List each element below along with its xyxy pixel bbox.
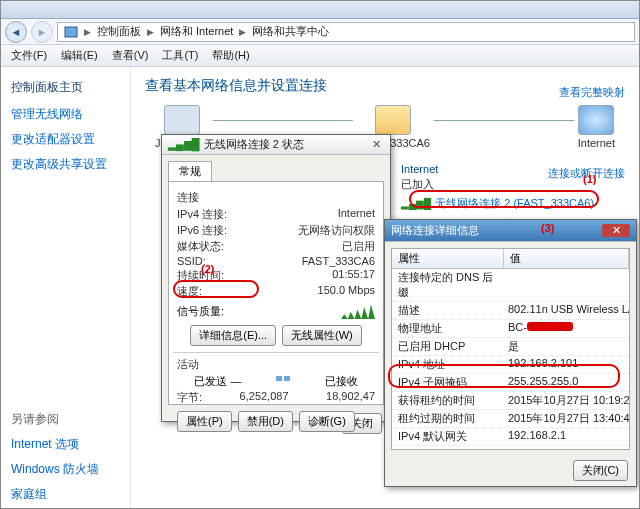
svg-rect-1: [276, 376, 282, 381]
details-row: 连接特定的 DNS 后缀: [392, 269, 629, 302]
details-row: 获得租约的时间2015年10月27日 10:19:28: [392, 392, 629, 410]
menu-bar: 文件(F) 编辑(E) 查看(V) 工具(T) 帮助(H): [1, 45, 639, 67]
sidebar: 控制面板主页 管理无线网络 更改适配器设置 更改高级共享设置 另请参阅 Inte…: [1, 67, 131, 508]
sidebar-also-inetopt[interactable]: Internet 选项: [11, 436, 120, 453]
svg-rect-0: [65, 27, 77, 37]
bytes-sent: 6,252,087: [240, 390, 289, 405]
menu-help[interactable]: 帮助(H): [212, 48, 249, 63]
connection-details-dialog: 网络连接详细信息 ✕ 属性值 连接特定的 DNS 后缀描述802.11n USB…: [384, 219, 637, 487]
details-row: IPv4 地址192.168.2.101: [392, 356, 629, 374]
diagnose-button[interactable]: 诊断(G): [299, 411, 355, 432]
joined-label: 已加入: [401, 177, 434, 192]
section-activity: 活动: [177, 357, 375, 372]
sidebar-item-wireless[interactable]: 管理无线网络: [11, 106, 120, 123]
link-full-map[interactable]: 查看完整映射: [548, 85, 625, 100]
prop-key: IPv4 连接:: [177, 207, 227, 222]
dialog2-titlebar[interactable]: 网络连接详细信息 ✕: [385, 220, 636, 242]
details-row: 已启用 DHCP是: [392, 338, 629, 356]
prop-val: 已启用: [342, 239, 375, 254]
svg-rect-2: [284, 376, 290, 381]
sidebar-also-label: 另请参阅: [11, 411, 120, 428]
signal-icon: ▂▄▆█: [401, 198, 431, 209]
sidebar-item-adapter[interactable]: 更改适配器设置: [11, 131, 120, 148]
prop-key: 速度:: [177, 284, 202, 299]
router-icon: [375, 105, 411, 135]
sidebar-also-firewall[interactable]: Windows 防火墙: [11, 461, 120, 478]
prop-val: 无网络访问权限: [298, 223, 375, 238]
details-row: IPv4 默认网关192.168.2.1: [392, 428, 629, 446]
signal-quality-label: 信号质量:: [177, 304, 224, 319]
crumb-root[interactable]: 控制面板: [97, 24, 141, 39]
monitors-icon: [276, 374, 290, 388]
breadcrumb[interactable]: ▶ 控制面板 ▶ 网络和 Internet ▶ 网络和共享中心: [57, 22, 635, 42]
prop-key: IPv6 连接:: [177, 223, 227, 238]
menu-file[interactable]: 文件(F): [11, 48, 47, 63]
crumb-mid[interactable]: 网络和 Internet: [160, 24, 233, 39]
annotation-2: (2): [201, 263, 214, 275]
connection-status-dialog: ▂▄▆█ 无线网络连接 2 状态 ✕ 常规 连接 IPv4 连接:Interne…: [161, 134, 391, 422]
section-connection: 连接: [177, 190, 375, 205]
signal-icon: ▂▄▆█: [168, 138, 200, 151]
details-row: 描述802.11n USB Wireless LAN Card: [392, 302, 629, 320]
active-connection-link[interactable]: 无线网络连接 2 (FAST_333CA6): [435, 196, 594, 211]
menu-edit[interactable]: 编辑(E): [61, 48, 98, 63]
dialog1-titlebar[interactable]: ▂▄▆█ 无线网络连接 2 状态 ✕: [162, 135, 390, 155]
crumb-leaf[interactable]: 网络和共享中心: [252, 24, 329, 39]
sidebar-also-homegroup[interactable]: 家庭组: [11, 486, 120, 503]
close-icon[interactable]: ✕: [602, 224, 630, 237]
prop-val: FAST_333CA6: [302, 255, 375, 267]
details-row: 租约过期的时间2015年10月27日 13:40:41: [392, 410, 629, 428]
prop-val: Internet: [338, 207, 375, 222]
control-panel-icon: [64, 25, 78, 39]
tab-general[interactable]: 常规: [168, 161, 212, 181]
menu-view[interactable]: 查看(V): [112, 48, 149, 63]
details-close-button[interactable]: 关闭(C): [573, 460, 628, 481]
forward-button[interactable]: ►: [31, 21, 53, 43]
signal-bars-icon: [341, 303, 375, 319]
pc-icon: [164, 105, 200, 135]
details-header: 属性值: [392, 249, 629, 269]
sidebar-item-sharing[interactable]: 更改高级共享设置: [11, 156, 120, 173]
back-button[interactable]: ◄: [5, 21, 27, 43]
wireless-props-button[interactable]: 无线属性(W): [282, 325, 362, 346]
sidebar-home[interactable]: 控制面板主页: [11, 79, 120, 96]
prop-val: 150.0 Mbps: [318, 284, 375, 299]
details-row: IPv4 DHCP 服务器192.168.2.1: [392, 446, 629, 450]
nav-bar: ◄ ► ▶ 控制面板 ▶ 网络和 Internet ▶ 网络和共享中心: [1, 19, 639, 45]
properties-button[interactable]: 属性(P): [177, 411, 232, 432]
disable-button[interactable]: 禁用(D): [238, 411, 293, 432]
bytes-recv: 18,902,47: [326, 390, 375, 405]
details-row: IPv4 子网掩码255.255.255.0: [392, 374, 629, 392]
annotation-1: (1): [583, 173, 596, 185]
prop-key: 媒体状态:: [177, 239, 224, 254]
prop-val: 01:55:17: [332, 268, 375, 283]
details-button[interactable]: 详细信息(E)...: [190, 325, 276, 346]
menu-tools[interactable]: 工具(T): [162, 48, 198, 63]
close-icon[interactable]: ✕: [368, 138, 384, 151]
active-network-panel: Internet 已加入 ▂▄▆█ 无线网络连接 2 (FAST_333CA6): [401, 161, 629, 211]
annotation-3: (3): [541, 222, 554, 234]
details-row: 物理地址BC-: [392, 320, 629, 338]
